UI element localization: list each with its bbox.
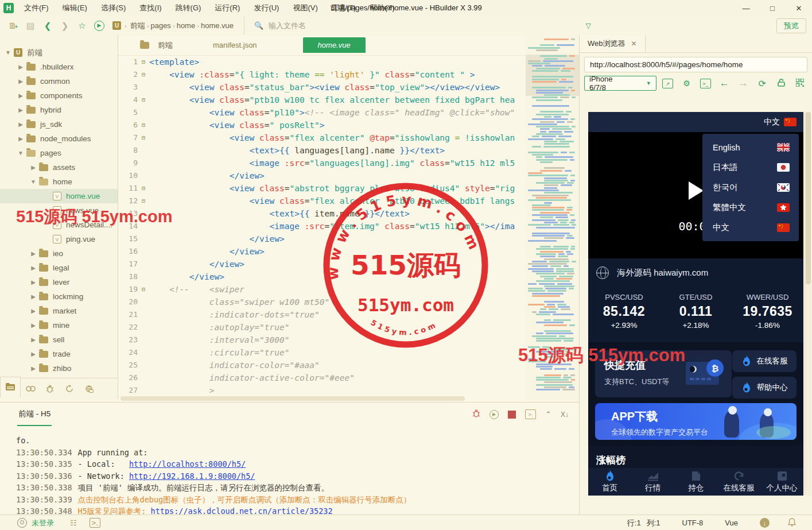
console-icon[interactable]: >_ xyxy=(698,78,713,89)
tab-manifest-json[interactable]: manifest.json xyxy=(213,41,257,49)
update-download-icon[interactable]: ↓ xyxy=(760,518,770,528)
tree-item-home.vue[interactable]: Vhome.vue xyxy=(0,189,118,203)
tree-item-.hbuilderx[interactable]: ▶.hbuilderx xyxy=(0,60,118,74)
breadcrumb[interactable]: U ›前端 › pages › home › home.vue xyxy=(112,21,234,31)
language-option-jp[interactable]: 日本語 xyxy=(702,157,799,177)
menu-item-2[interactable]: 选择(S) xyxy=(95,1,131,15)
menu-item-1[interactable]: 编辑(E) xyxy=(57,1,93,15)
preview-button[interactable]: 预览 xyxy=(776,18,806,33)
chevron-right-icon[interactable]: ▶ xyxy=(17,136,24,142)
fold-icon[interactable]: ⊟ xyxy=(138,131,149,144)
tab-home-vue[interactable]: home.vue xyxy=(303,37,366,53)
reload-icon[interactable]: ⟳ xyxy=(755,78,770,89)
menu-item-4[interactable]: 跳转(G) xyxy=(170,1,207,15)
nav-sync[interactable]: 在线客服 xyxy=(717,468,760,496)
code-line-9[interactable]: 9 <image :src="languages[lang].img" clas… xyxy=(118,157,526,169)
console-output[interactable]: fo.13:30:50.334App running at:13:30:50.3… xyxy=(0,435,579,514)
code-line-2[interactable]: 2⊟ <view :class="{ light: theme == 'ligh… xyxy=(118,68,526,81)
chevron-right-icon[interactable]: ▶ xyxy=(30,365,37,372)
device-select[interactable]: iPhone 6/7/8▼ xyxy=(584,76,656,91)
nav-chart[interactable]: 行情 xyxy=(631,468,674,496)
play-icon[interactable] xyxy=(689,181,704,200)
chevron-down-icon[interactable]: ▼ xyxy=(5,49,11,56)
back-icon[interactable]: ❮ xyxy=(39,21,56,31)
account-icon[interactable] xyxy=(17,518,27,528)
breadcrumb-1[interactable]: pages xyxy=(150,21,170,30)
chevron-right-icon[interactable]: ▶ xyxy=(30,164,37,171)
tree-item-mine[interactable]: ▶mine xyxy=(0,318,118,332)
chevron-down-icon[interactable]: ▼ xyxy=(30,179,37,185)
tree-item-pages[interactable]: ▼pages xyxy=(0,146,118,160)
language-option-hk[interactable]: 繁體中文 xyxy=(702,198,799,218)
forward-icon[interactable]: ❯ xyxy=(56,21,73,31)
code-line-26[interactable]: 26 indicator-active-color="#eee" xyxy=(118,372,526,384)
chevron-right-icon[interactable]: ▶ xyxy=(30,293,37,300)
chevron-right-icon[interactable]: ▶ xyxy=(30,265,37,271)
save-icon[interactable]: ▤ xyxy=(22,21,39,31)
code-line-3[interactable]: 3 <view class="status_bar"><view class="… xyxy=(118,81,526,94)
chevron-right-icon[interactable]: ▶ xyxy=(17,107,24,113)
console-link[interactable]: http://localhost:8000/h5/ xyxy=(129,459,246,469)
code-line-1[interactable]: 1⊟<template> xyxy=(118,56,526,68)
new-file-icon[interactable]: 🗎+ xyxy=(5,21,22,30)
tree-item-home[interactable]: ▼home xyxy=(0,175,118,189)
tree-item-components[interactable]: ▶components xyxy=(0,88,118,103)
chevron-right-icon[interactable]: ▶ xyxy=(17,78,24,84)
help-center-card[interactable]: 帮助中心 xyxy=(732,377,797,399)
chevron-right-icon[interactable]: ▶ xyxy=(30,279,37,285)
filter-icon[interactable]: ▽ xyxy=(580,22,597,30)
code-line-27[interactable]: 27 > xyxy=(118,384,526,395)
files-panel-icon[interactable] xyxy=(0,377,21,398)
chevron-right-icon[interactable]: ▶ xyxy=(17,121,24,127)
nav-back-icon[interactable]: ← xyxy=(717,78,732,89)
web-panel-icon[interactable] xyxy=(79,381,99,396)
login-status[interactable]: 未登录 xyxy=(32,518,54,528)
chevron-right-icon[interactable]: ▶ xyxy=(17,64,24,70)
console-link[interactable]: http://192.168.1.9:8000/h5/ xyxy=(129,471,255,481)
debug-bug-icon[interactable] xyxy=(472,409,480,419)
chevron-right-icon[interactable]: ▶ xyxy=(30,308,37,314)
console-tab[interactable]: 前端 - H5 xyxy=(17,403,52,426)
ticker-wwer[interactable]: WWER/USD19.7635-1.86% xyxy=(732,293,803,330)
nav-doc[interactable]: 持仓 xyxy=(674,468,717,496)
ticker-pvsc[interactable]: PVSC/USD85.142+2.93% xyxy=(588,293,660,330)
tree-item-lever[interactable]: ▶lever xyxy=(0,275,118,289)
language-option-gb[interactable]: English xyxy=(702,137,799,157)
code-line-7[interactable]: 7⊟ <view class="flex alcenter" @tap="iss… xyxy=(118,131,526,144)
minimize-button[interactable]: — xyxy=(733,0,759,16)
code-line-5[interactable]: 5 <view class="pl10"><!-- <image class="… xyxy=(118,106,526,119)
new-console-icon[interactable]: >. xyxy=(525,409,536,419)
debug-panel-icon[interactable] xyxy=(40,381,60,396)
breadcrumb-0[interactable]: 前端 xyxy=(130,21,145,30)
code-line-25[interactable]: 25 indicator-color="#aaa" xyxy=(118,359,526,372)
tree-item-lockming[interactable]: ▶lockming xyxy=(0,289,118,304)
nav-forward-icon[interactable]: → xyxy=(736,78,751,89)
fold-icon[interactable]: ⊟ xyxy=(138,56,149,68)
filetype-label[interactable]: Vue xyxy=(725,519,738,527)
language-option-kr[interactable]: 한국어 xyxy=(702,177,799,198)
open-external-icon[interactable]: ↗ xyxy=(661,78,675,89)
cursor-col[interactable]: 列:1 xyxy=(647,518,661,528)
tree-item-hybrid[interactable]: ▶hybrid xyxy=(0,103,118,117)
chevron-right-icon[interactable]: ▶ xyxy=(30,351,37,357)
fold-icon[interactable]: ⊟ xyxy=(138,119,149,131)
stop-icon[interactable] xyxy=(508,411,516,419)
tree-item-common[interactable]: ▶common xyxy=(0,74,118,88)
fold-icon[interactable]: ⊟ xyxy=(138,182,149,195)
close-tab-icon[interactable]: ✕ xyxy=(631,40,637,48)
tree-item-node_modules[interactable]: ▶node_modules xyxy=(0,131,118,146)
clear-icon[interactable]: X↓ xyxy=(561,411,569,419)
menu-item-3[interactable]: 查找(I) xyxy=(134,1,167,15)
fold-icon[interactable]: ⊟ xyxy=(138,68,149,81)
online-service-card[interactable]: 在线客服 xyxy=(732,350,797,372)
menu-item-5[interactable]: 运行(R) xyxy=(209,1,246,15)
code-line-8[interactable]: 8 <text>{{ languages[lang].name }}</text… xyxy=(118,144,526,157)
tree-item-trade[interactable]: ▶trade xyxy=(0,347,118,361)
menu-item-7[interactable]: 视图(V) xyxy=(287,1,323,15)
encoding-label[interactable]: UTF-8 xyxy=(682,519,704,527)
close-button[interactable]: ✕ xyxy=(786,0,812,16)
tree-item-ping.vue[interactable]: Vping.vue xyxy=(0,232,118,246)
chevron-right-icon[interactable]: ▶ xyxy=(30,336,37,343)
code-line-4[interactable]: 4⊟ <view class="ptb10 w100 tc flex alcen… xyxy=(118,94,526,106)
url-bar[interactable]: http://localhost:8000/h5/#/pages/home/ho… xyxy=(584,57,807,72)
